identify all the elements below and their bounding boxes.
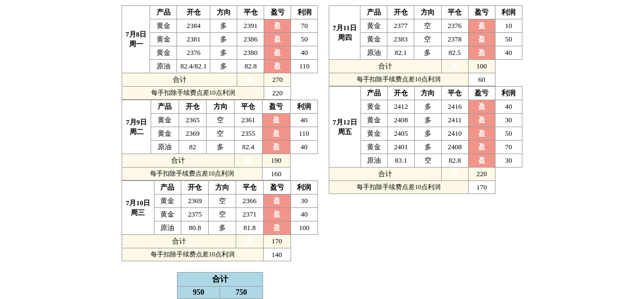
d4-fee-label: 每手扣除手续费点差10点利润 <box>329 73 468 86</box>
col-open-1: 开仓 <box>177 6 210 19</box>
d3r2-close: 2371 <box>236 208 263 221</box>
d2-col-close: 平仓 <box>235 100 263 114</box>
d1-subtotal-pl: 盈 <box>237 73 264 87</box>
d1r3-product: 黄金 <box>150 46 177 60</box>
d4-col-pl: 盈亏 <box>468 6 495 19</box>
d3r3-open: 80.8 <box>181 221 209 235</box>
d5r2-dir: 多 <box>414 114 441 127</box>
d4r2-close: 2378 <box>441 33 468 46</box>
d5r5-close: 82.8 <box>441 154 468 168</box>
d2r1-close: 2361 <box>235 114 263 127</box>
d2r3-pl: 盈 <box>262 141 290 154</box>
d3r1-open: 2369 <box>181 194 209 208</box>
summary-val1: 950 <box>177 287 220 299</box>
d3r1-dir: 空 <box>209 194 236 208</box>
d5r4-product: 黄金 <box>360 141 387 154</box>
d2-subtotal-pl: 盈 <box>235 154 263 168</box>
d4r2-profit: 50 <box>495 33 522 46</box>
d3r3-close: 81.8 <box>236 221 263 235</box>
d3-subtotal-pl: 盈 <box>236 235 263 248</box>
d2-col-profit: 利润 <box>290 100 318 114</box>
d2r3-open: 82 <box>179 141 207 154</box>
d1r3-open: 2376 <box>177 46 210 60</box>
d3r2-product: 黄金 <box>154 208 181 221</box>
d4r1-open: 2377 <box>387 19 414 33</box>
d4r3-profit: 40 <box>495 46 522 60</box>
d2-col-pl: 盈亏 <box>262 100 290 114</box>
day4-date-header: 7月11日周四 <box>329 6 360 60</box>
d2-col-open: 开仓 <box>179 100 207 114</box>
d3-col-pl: 盈亏 <box>263 181 291 194</box>
d2r3-dir: 多 <box>207 141 235 154</box>
summary-val2: 750 <box>220 287 263 299</box>
d3-col-open: 开仓 <box>181 181 209 194</box>
d1r4-profit: 110 <box>291 60 318 73</box>
d1r3-pl: 盈 <box>264 46 291 60</box>
d5r3-pl: 盈 <box>468 127 495 141</box>
d5r1-pl: 盈 <box>468 100 495 114</box>
d1r1-close: 2391 <box>237 19 264 33</box>
d1r2-open: 2381 <box>177 33 210 46</box>
d5r5-profit: 30 <box>495 154 522 168</box>
d2r3-profit: 40 <box>290 141 318 154</box>
d2-subtotal-profit: 190 <box>262 154 290 168</box>
d5r1-close: 2416 <box>441 100 468 114</box>
d1r4-pl: 盈 <box>264 60 291 73</box>
d3r3-product: 原油 <box>154 221 181 235</box>
d5-col-pl: 盈亏 <box>468 87 495 100</box>
d3r2-dir: 空 <box>209 208 236 221</box>
d1r1-dir: 多 <box>210 19 237 33</box>
d2r1-product: 黄金 <box>151 114 179 127</box>
right-section: 7月11日周四 产品 开仓 方向 平仓 盈亏 利润 黄金 2377 空 2376… <box>329 5 522 194</box>
day4-table: 7月11日周四 产品 开仓 方向 平仓 盈亏 利润 黄金 2377 空 2376… <box>329 5 522 86</box>
d5r2-close: 2411 <box>441 114 468 127</box>
d2r1-dir: 空 <box>207 114 235 127</box>
d1r4-product: 原油 <box>150 60 177 73</box>
d5r4-close: 2408 <box>441 141 468 154</box>
d2r2-open: 2369 <box>179 127 207 141</box>
d3-col-product: 产品 <box>154 181 181 194</box>
d3r1-pl: 盈 <box>263 194 291 208</box>
d5r1-open: 2412 <box>387 100 414 114</box>
d1-subtotal-label: 合计 <box>122 73 237 87</box>
d2-col-product: 产品 <box>151 100 179 114</box>
d5-fee-profit: 170 <box>468 181 495 194</box>
d4-col-open: 开仓 <box>387 6 414 19</box>
d4r3-close: 82.5 <box>441 46 468 60</box>
day1-date-header: 7月8日周一 <box>122 6 150 73</box>
d5r5-open: 83.1 <box>387 154 414 168</box>
d5-subtotal-profit: 220 <box>468 168 495 181</box>
d4-col-close: 平仓 <box>441 6 468 19</box>
d2r2-profit: 110 <box>290 127 318 141</box>
d1r1-pl: 盈 <box>264 19 291 33</box>
d5r5-pl: 盈 <box>468 154 495 168</box>
d4r2-open: 2383 <box>387 33 414 46</box>
day2-date-header: 7月9日周二 <box>122 100 151 154</box>
d4-subtotal-pl: 盈 <box>441 60 468 73</box>
d1r2-close: 2386 <box>237 33 264 46</box>
d4r3-product: 原油 <box>360 46 387 60</box>
d5r2-profit: 30 <box>495 114 522 127</box>
day3-date-header: 7月10日周三 <box>122 181 154 235</box>
d2r3-close: 82.4 <box>235 141 263 154</box>
d4-fee-profit: 60 <box>468 73 495 86</box>
d4r2-product: 黄金 <box>360 33 387 46</box>
d1r1-profit: 70 <box>291 19 318 33</box>
d4-subtotal-profit: 100 <box>468 60 495 73</box>
d3r3-dir: 多 <box>209 221 236 235</box>
d2-subtotal-label: 合计 <box>122 154 235 168</box>
d4r1-dir: 空 <box>414 19 441 33</box>
d3r3-profit: 100 <box>291 221 318 235</box>
d1-fee-profit: 220 <box>264 87 291 100</box>
d5r5-dir: 空 <box>414 154 441 168</box>
col-dir-1: 方向 <box>210 6 237 19</box>
d2r1-pl: 盈 <box>262 114 290 127</box>
day5-date-header: 7月12日周五 <box>329 87 361 168</box>
d5r3-close: 2410 <box>441 127 468 141</box>
d2-fee-profit: 160 <box>262 168 290 180</box>
d5r2-product: 黄金 <box>360 114 387 127</box>
d1r3-close: 2380 <box>237 46 264 60</box>
d5r4-open: 2401 <box>387 141 414 154</box>
d5r3-product: 黄金 <box>360 127 387 141</box>
d5-col-open: 开仓 <box>387 87 414 100</box>
